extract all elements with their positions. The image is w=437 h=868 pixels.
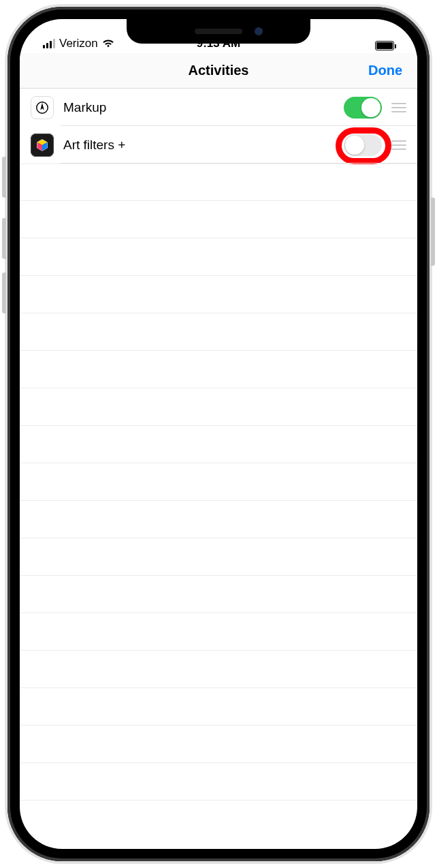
- reorder-handle[interactable]: [390, 103, 408, 112]
- screen: Verizon 9:13 AM Activities Done Markup: [20, 19, 417, 849]
- done-button[interactable]: Done: [368, 63, 402, 78]
- reorder-handle[interactable]: [390, 140, 408, 150]
- toggle-markup[interactable]: [344, 97, 382, 119]
- signal-icon: [43, 39, 55, 48]
- activities-list: Markup Art filters +: [20, 89, 417, 164]
- battery-icon: [375, 41, 394, 50]
- activity-label: Art filters +: [63, 138, 344, 153]
- toggle-artfilters[interactable]: [344, 134, 382, 156]
- artfilters-app-icon: [31, 134, 54, 157]
- empty-list-area: [20, 164, 417, 801]
- nav-bar: Activities Done: [20, 53, 417, 89]
- markup-app-icon: [31, 96, 54, 119]
- wifi-icon: [102, 39, 114, 48]
- notch: [127, 19, 310, 44]
- activity-row-artfilters: Art filters +: [20, 126, 417, 164]
- carrier-label: Verizon: [59, 37, 98, 50]
- page-title: Activities: [189, 63, 249, 78]
- phone-frame: Verizon 9:13 AM Activities Done Markup: [7, 7, 430, 861]
- activity-label: Markup: [63, 100, 344, 115]
- activity-row-markup: Markup: [20, 89, 417, 126]
